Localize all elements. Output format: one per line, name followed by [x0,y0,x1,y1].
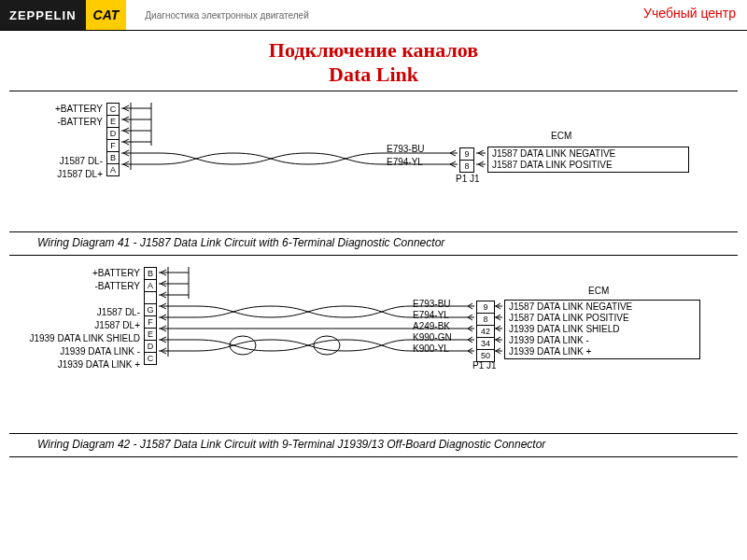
ecm-label-2: ECM [588,286,609,296]
ecm-box-2: J1587 DATA LINK NEGATIVE J1587 DATA LINK… [504,300,700,359]
caption-41: Wiring Diagram 41 - J1587 Data Link Circ… [37,236,747,249]
wire2-e794: E794-YL [413,310,449,320]
divider-mid-1 [9,231,738,232]
wire2-k990: K990-GN [413,332,452,343]
caption-42: Wiring Diagram 42 - J1587 Data Link Circ… [37,438,747,451]
p1-j1-label: P1 J1 [456,174,480,184]
wire2-e793: E793-BU [413,299,451,309]
wire2-a249: A249-BK [413,321,450,331]
training-center-label: Учебный центр [643,6,736,21]
svg-point-25 [314,336,340,355]
pin-block-p1: 9 8 [459,147,474,173]
wiring-diagram-42: +BATTERY -BATTERY J1587 DL- J1587 DL+ J1… [9,261,738,429]
cat-logo: CAT [86,0,127,30]
page-title: Подключение каналов Data Link [0,38,747,87]
title-line-2: Data Link [329,63,418,86]
zeppelin-logo: ZEPPELIN [0,0,86,30]
header-bar: ZEPPELIN CAT Диагностика электронных дви… [0,0,747,31]
divider-bottom-1 [9,433,738,434]
wiring-diagram-41: +BATTERY -BATTERY J1587 DL- J1587 DL+ C … [9,97,738,228]
wire2-k900: K900-YL [413,343,449,354]
pin-block-p1-2: 9 8 42 34 50 [476,301,495,362]
divider-bottom-2 [9,456,738,457]
title-line-1: Подключение каналов [269,38,478,62]
divider-top [9,91,738,91]
ecm-label: ECM [551,131,571,141]
wire-e794: E794-YL [387,157,423,167]
p1-j1-label-2: P1 J1 [472,360,497,371]
divider-mid-2 [9,255,738,256]
wire-e793: E793-BU [387,144,425,154]
document-subtitle: Диагностика электронных двигателей [145,10,308,21]
ecm-box: J1587 DATA LINK NEGATIVE J1587 DATA LINK… [487,147,689,173]
